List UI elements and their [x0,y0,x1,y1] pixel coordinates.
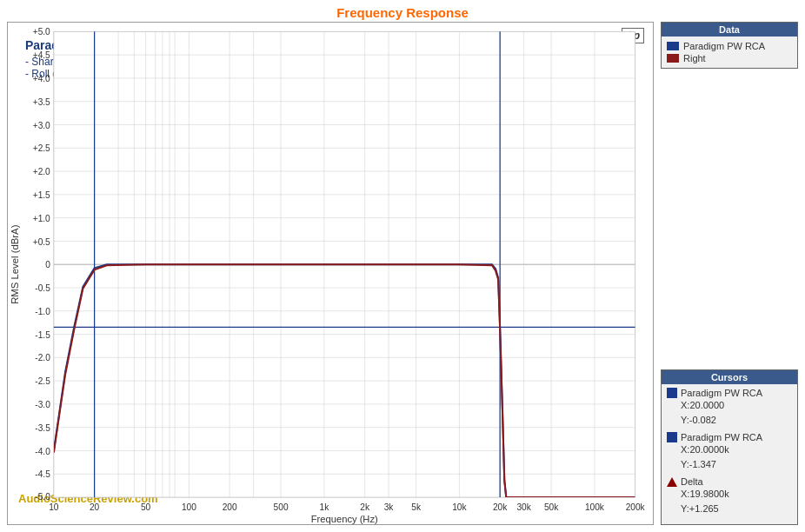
svg-text:+4.5: +4.5 [33,50,50,60]
cursors-content: Paradigm PW RCA X:20.0000 Y:-0.082 Parad… [662,384,797,524]
cursor-2-yval: Y:-1.347 [681,457,792,472]
cursor-delta-label-row: Delta [667,476,792,487]
cursors-box: Cursors Paradigm PW RCA X:20.0000 Y:-0.0… [661,369,798,525]
legend-color-right [667,54,679,63]
cursor-2-icon [667,432,677,442]
svg-text:200k: 200k [626,502,646,511]
svg-text:1k: 1k [320,502,330,511]
app-window: Frequency Response 6/2/2019 11:55:39.768… [0,0,805,532]
svg-text:100: 100 [182,502,196,511]
cursor-delta-icon [667,477,677,487]
svg-text:+1.0: +1.0 [33,214,50,223]
svg-text:-2.5: -2.5 [35,376,50,386]
chart-container: 6/2/2019 11:55:39.768 PM Ap Paradigm PW … [7,22,654,525]
cursors-header: Cursors [662,370,797,384]
svg-text:50k: 50k [544,502,559,511]
main-area: 6/2/2019 11:55:39.768 PM Ap Paradigm PW … [0,22,805,532]
svg-text:+2.0: +2.0 [33,167,50,176]
svg-text:50: 50 [141,502,151,511]
cursor-1-label: Paradigm PW RCA [681,388,762,398]
svg-text:500: 500 [274,502,289,511]
legend-label-left: Paradigm PW RCA [683,41,765,51]
svg-text:+5.0: +5.0 [33,27,50,37]
svg-text:+3.0: +3.0 [33,121,50,130]
svg-text:+4.0: +4.0 [33,74,50,83]
svg-text:+0.5: +0.5 [33,236,50,246]
svg-text:200: 200 [223,502,237,511]
svg-text:-3.0: -3.0 [35,400,50,409]
legend-items: Paradigm PW RCA Right [662,37,797,68]
svg-text:+3.5: +3.5 [33,97,50,107]
svg-text:5k: 5k [411,502,422,511]
chart-svg: +5.0 +4.5 +4.0 +3.5 +3.0 +2.5 +2.0 +1.5 … [8,23,653,524]
legend-header: Data [662,23,797,37]
legend-item-right: Right [667,52,792,64]
cursor-item-2: Paradigm PW RCA X:20.0000k Y:-1.347 [667,432,792,471]
cursor-delta-yval: Y:+1.265 [681,502,792,516]
chart-title: Frequency Response [0,0,805,22]
svg-text:100k: 100k [585,502,605,511]
svg-text:0: 0 [45,260,50,269]
svg-text:RMS Level (dBrA): RMS Level (dBrA) [10,224,20,304]
svg-text:-4.0: -4.0 [35,447,50,456]
svg-text:10: 10 [49,502,59,511]
legend-color-left [667,42,679,50]
svg-text:2k: 2k [360,502,370,511]
cursor-delta-label: Delta [681,476,703,487]
cursor-2-xval: X:20.0000k [681,442,792,457]
svg-text:-1.5: -1.5 [35,330,50,340]
legend-item-left: Paradigm PW RCA [667,40,792,52]
cursor-item-delta: Delta X:19.9800k Y:+1.265 [667,476,792,515]
svg-text:Frequency (Hz): Frequency (Hz) [311,514,378,524]
svg-text:-3.5: -3.5 [35,423,50,433]
cursor-delta-xy: X:19.9800k Y:+1.265 [667,487,792,515]
legend-box: Data Paradigm PW RCA Right [661,22,798,69]
svg-text:-4.5: -4.5 [35,469,50,479]
sidebar: Data Paradigm PW RCA Right Cursors [661,22,798,525]
legend-label-right: Right [683,53,706,63]
cursor-delta-xval: X:19.9800k [681,487,792,502]
sidebar-spacer [661,74,798,364]
svg-text:10k: 10k [452,502,467,511]
svg-text:-2.0: -2.0 [35,353,50,362]
svg-text:20k: 20k [493,502,508,511]
cursor-2-xy: X:20.0000k Y:-1.347 [667,442,792,471]
cursor-item-1: Paradigm PW RCA X:20.0000 Y:-0.082 [667,388,792,427]
svg-text:+2.5: +2.5 [33,143,50,153]
cursor-1-icon [667,388,677,398]
cursor-1-yval: Y:-0.082 [681,413,792,428]
cursor-2-label: Paradigm PW RCA [681,432,762,442]
cursor-1-xval: X:20.0000 [681,398,792,413]
svg-text:-1.0: -1.0 [35,307,50,316]
svg-text:30k: 30k [516,502,531,511]
svg-text:+1.5: +1.5 [33,190,50,200]
svg-text:20: 20 [90,502,100,511]
svg-text:-0.5: -0.5 [35,283,50,293]
svg-text:-5.0: -5.0 [35,492,50,502]
cursor-2-label-row: Paradigm PW RCA [667,432,792,442]
svg-text:3k: 3k [384,502,395,511]
cursor-1-x: X:20.0000 Y:-0.082 [667,398,792,427]
cursor-1-label-row: Paradigm PW RCA [667,388,792,398]
